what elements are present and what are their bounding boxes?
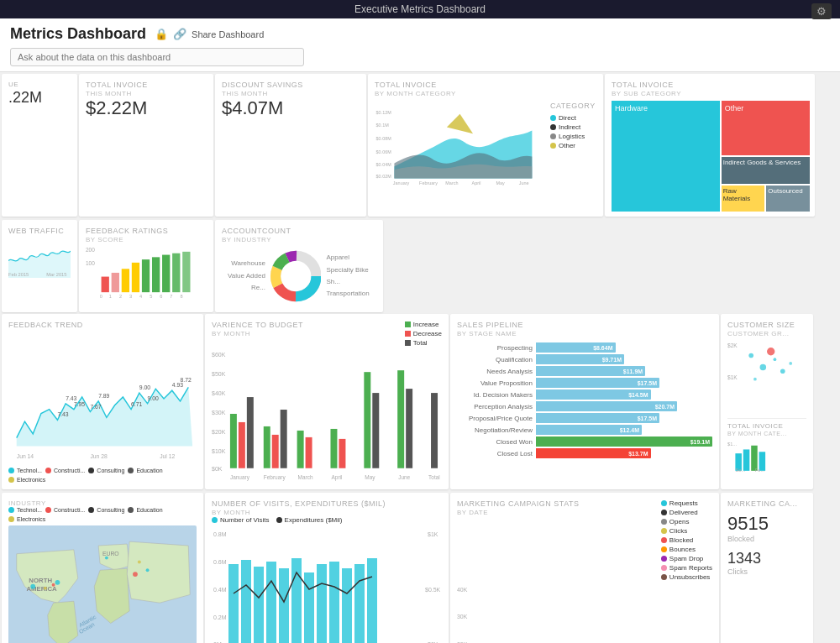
title-bar: Executive Metrics Dashboard ⚙ (0, 0, 840, 18)
customer-size-card: Customer Size CUSTOMER GR... $2K $1K Tot… (721, 314, 813, 489)
marketing-legend: Requests Delivered Opens Clicks Blocked … (661, 499, 712, 581)
svg-text:$20K: $20K (212, 429, 226, 435)
world-map: NORTH AMERICA EURO Atlantic Ocean (8, 525, 197, 643)
svg-rect-69 (339, 439, 345, 468)
svg-text:February: February (419, 180, 438, 186)
share-button[interactable]: Share Dashboard (192, 29, 264, 39)
pipeline-bars: Prospecting$8.64MQualification$9.71MNeed… (457, 342, 712, 458)
svg-text:6: 6 (160, 294, 162, 299)
svg-rect-62 (247, 397, 254, 468)
customer-size-sublabel: CUSTOMER GR... (727, 330, 806, 337)
treemap-other: Other (722, 101, 810, 155)
svg-text:May: May (496, 180, 505, 186)
variance-svg: $60K $50K $40K $30K $20K $10K $0K (212, 347, 442, 481)
pipeline-bar: $12.4M (536, 425, 642, 435)
pipeline-stage-label: Negotiation/Review (457, 426, 533, 434)
svg-rect-21 (152, 257, 160, 292)
svg-text:7.67: 7.67 (90, 404, 101, 410)
dashboard: ue .22M Total Invoice THIS MONTH $2.22M … (0, 72, 840, 643)
svg-text:$0.1M: $0.1M (376, 123, 390, 128)
svg-rect-130 (354, 564, 365, 643)
svg-text:$40K: $40K (212, 390, 226, 396)
donut-labels-right: ApparelSpecialty Bike Sh...Transportatio… (326, 252, 376, 301)
svg-point-88 (767, 348, 774, 355)
visits-label: Number of Visits, Expenditures ($Mil) (212, 499, 442, 508)
total-invoice-label: Total Invoice (86, 81, 207, 89)
svg-text:7.43: 7.43 (57, 411, 68, 417)
svg-text:$0.08M: $0.08M (376, 136, 392, 141)
row3: Feedback Trend 7.43 7.43 7.95 7.67 7.89 … (0, 312, 840, 491)
window-title: Executive Metrics Dashboard (354, 3, 486, 15)
svg-rect-66 (297, 431, 304, 468)
header-top: Metrics Dashboard 🔒 🔗 Share Dashboard (10, 25, 830, 43)
svg-rect-129 (342, 568, 352, 643)
treemap-card: Total Invoice BY SUB CATEGORY Hardware O… (605, 74, 815, 217)
legend-logistics: Logistics (550, 133, 596, 140)
blocked-label: Blocked (727, 535, 806, 543)
svg-text:6.71: 6.71 (131, 401, 142, 407)
requests-num: 9515 (727, 513, 806, 535)
svg-text:200: 200 (86, 247, 95, 253)
gear-button[interactable]: ⚙ (811, 3, 832, 19)
feedback-trend-svg: 7.43 7.43 7.95 7.67 7.89 6.71 9.00 9.00 … (8, 330, 197, 464)
discount-sublabel: THIS MONTH (222, 90, 360, 97)
svg-text:Total: Total (428, 474, 440, 480)
svg-point-103 (44, 587, 47, 590)
svg-text:$0.06M: $0.06M (376, 149, 392, 154)
customer-size-svg: $2K $1K (727, 337, 806, 413)
pipeline-row: Prospecting$8.64M (457, 342, 712, 353)
pipeline-bar-container: $9.71M (536, 354, 712, 364)
svg-rect-22 (162, 255, 170, 293)
svg-rect-123 (266, 562, 276, 643)
pipeline-stage-label: Prospecting (457, 344, 533, 352)
area-sublabel: BY MONTH CATEGORY (375, 90, 596, 97)
svg-text:$0.12M: $0.12M (376, 110, 392, 115)
svg-point-84 (748, 353, 753, 358)
svg-point-105 (55, 580, 60, 585)
feedback-sublabel: BY SCORE (86, 236, 207, 243)
svg-text:8: 8 (180, 294, 182, 299)
svg-text:Mar 2015: Mar 2015 (46, 272, 66, 277)
svg-rect-64 (272, 435, 279, 468)
pipeline-row: Value Proposition$17.5M (457, 378, 712, 388)
svg-rect-19 (132, 263, 139, 292)
svg-text:0.4M: 0.4M (213, 587, 227, 593)
pipeline-row: Qualification$9.71M (457, 354, 712, 364)
svg-rect-24 (182, 252, 190, 292)
feedback-trend-card: Feedback Trend 7.43 7.43 7.95 7.67 7.89 … (2, 314, 203, 489)
pipeline-bar-container: $19.1M (536, 437, 712, 447)
search-input[interactable] (10, 48, 304, 66)
svg-rect-121 (241, 560, 251, 643)
pipeline-bar-container: $14.5M (536, 389, 712, 400)
svg-text:100: 100 (86, 260, 95, 266)
svg-rect-73 (406, 389, 412, 468)
svg-text:9.00: 9.00 (148, 395, 159, 401)
pipeline-row: Needs Analysis$11.9M (457, 366, 712, 376)
svg-text:$0.02M: $0.02M (376, 174, 392, 179)
pipeline-bar-container: $17.5M (536, 378, 712, 388)
svg-text:$0.5K: $0.5K (425, 587, 441, 593)
treemap-label: Total Invoice (612, 81, 808, 89)
sales-pipeline-card: Sales Pipeline BY STAGE NAME Prospecting… (450, 314, 719, 489)
svg-rect-131 (367, 558, 377, 643)
treemap-indirect: Indirect Goods & Services (722, 157, 810, 184)
svg-text:June: June (398, 474, 410, 480)
pipeline-bar: $9.71M (536, 354, 624, 364)
svg-point-104 (52, 583, 55, 587)
svg-text:$10K: $10K (212, 448, 226, 454)
pipeline-stage-label: Closed Lost (457, 450, 533, 457)
small-bar-svg: $1... Se... Fe... (727, 437, 806, 474)
total-invoice-sublabel: THIS MONTH (86, 90, 207, 97)
industry-legend: Technol... Constructi... Consulting Educ… (8, 468, 197, 483)
svg-text:1: 1 (109, 294, 112, 299)
pipeline-bar: $20.7M (536, 401, 677, 411)
svg-point-89 (789, 362, 792, 365)
svg-rect-60 (230, 414, 237, 468)
svg-point-108 (146, 568, 150, 572)
svg-text:0.6M: 0.6M (213, 559, 227, 565)
svg-rect-74 (431, 393, 438, 468)
sparkline-svg: Feb 2015 Mar 2015 (8, 236, 71, 282)
partial-value: .22M (8, 89, 71, 107)
svg-rect-126 (304, 572, 314, 643)
discount-savings-card: Discount Savings THIS MONTH $4.07M (215, 74, 366, 217)
